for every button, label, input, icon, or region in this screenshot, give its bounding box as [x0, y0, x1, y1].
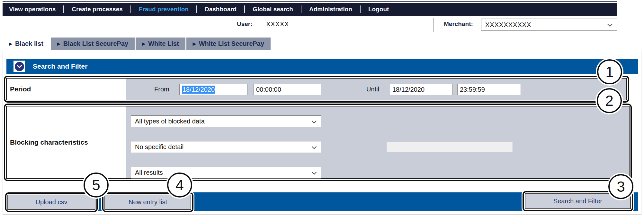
chevron-down-icon — [311, 118, 317, 125]
user-label: User: — [237, 21, 253, 28]
callout-box-period: Period From 18/12/2020 00:00:00 Until 18… — [4, 76, 629, 103]
nav-divider — [130, 5, 131, 13]
nav-view-operations[interactable]: View operations — [9, 6, 56, 13]
tab-arrow-icon: ▶ — [9, 41, 12, 46]
tab-label: White List — [148, 40, 179, 47]
callout-circle-5: 5 — [84, 173, 109, 198]
tab-arrow-icon: ▶ — [193, 41, 196, 46]
nav-divider — [244, 5, 245, 13]
until-time-value: 23:59:59 — [460, 86, 485, 93]
merchant-select[interactable]: XXXXXXXXXX — [481, 19, 617, 31]
top-navigation: View operations Create processes Fraud p… — [3, 3, 617, 16]
from-time-input[interactable]: 00:00:00 — [254, 84, 321, 95]
period-row: Period From 18/12/2020 00:00:00 Until 18… — [6, 78, 627, 100]
collapse-section-button[interactable] — [13, 61, 25, 72]
chevron-down-icon — [311, 169, 317, 176]
from-label: From — [154, 86, 169, 93]
nav-divider — [196, 5, 197, 13]
until-time-input[interactable]: 23:59:59 — [457, 84, 521, 95]
tab-arrow-icon: ▶ — [142, 41, 145, 46]
user-value: XXXXX — [266, 21, 289, 28]
from-time-value: 00:00:00 — [256, 86, 281, 93]
tab-white-list-securepay[interactable]: ▶ White List SecurePay — [186, 38, 271, 50]
nav-divider — [63, 5, 64, 13]
top-border-line — [3, 1, 617, 2]
merchant-select-value: XXXXXXXXXX — [485, 21, 531, 29]
chevron-down-icon — [311, 143, 317, 151]
until-date-input[interactable]: 18/12/2020 — [390, 84, 453, 95]
userbar-divider — [434, 18, 434, 32]
tab-arrow-icon: ▶ — [57, 41, 60, 46]
chevron-down-icon — [607, 21, 613, 29]
from-date-input[interactable]: 18/12/2020 — [179, 84, 247, 95]
blocking-row: Blocking characteristics All types of bl… — [6, 106, 630, 179]
list-tabs: ▶ Black list ▶ Black List SecurePay ▶ Wh… — [3, 38, 271, 50]
tab-black-list[interactable]: ▶ Black list — [3, 38, 50, 50]
nav-divider — [360, 5, 361, 13]
until-label: Until — [366, 86, 379, 93]
upload-csv-button[interactable]: Upload csv — [7, 195, 95, 210]
nav-dashboard[interactable]: Dashboard — [205, 6, 237, 13]
callout-box-upload: Upload csv — [5, 192, 98, 212]
nav-fraud-prevention[interactable]: Fraud prevention — [139, 6, 189, 13]
nav-logout[interactable]: Logout — [368, 6, 389, 13]
nav-administration[interactable]: Administration — [309, 6, 352, 13]
results-select-value: All results — [135, 169, 163, 176]
blocking-fields: All types of blocked data No specific de… — [126, 106, 629, 178]
from-date-value: 18/12/2020 — [182, 86, 215, 94]
period-fields: From 18/12/2020 00:00:00 Until 18/12/202… — [126, 79, 626, 100]
callout-circle-4: 4 — [167, 173, 192, 198]
merchant-label: Merchant: — [444, 21, 473, 28]
specific-detail-value: No specific detail — [135, 143, 183, 151]
tab-label: Black List SecurePay — [63, 40, 128, 47]
period-label: Period — [7, 79, 126, 100]
blocked-data-type-select[interactable]: All types of blocked data — [131, 115, 321, 127]
tab-white-list[interactable]: ▶ White List — [136, 38, 185, 50]
specific-detail-select[interactable]: No specific detail — [131, 141, 321, 153]
tab-label: Black list — [15, 40, 43, 47]
search-filter-header: Search and Filter — [6, 59, 638, 74]
until-date-value: 18/12/2020 — [392, 86, 425, 93]
nav-global-search[interactable]: Global search — [253, 6, 293, 13]
nav-create-processes[interactable]: Create processes — [72, 6, 122, 13]
nav-divider — [301, 5, 301, 13]
chevron-down-circle-icon — [15, 62, 24, 71]
tab-label: White List SecurePay — [199, 40, 264, 47]
panel-title: Search and Filter — [33, 63, 87, 70]
blocking-characteristics-label: Blocking characteristics — [7, 106, 126, 178]
blocked-data-type-value: All types of blocked data — [135, 118, 205, 125]
tab-black-list-securepay[interactable]: ▶ Black List SecurePay — [51, 38, 135, 50]
fraud-prevention-page: View operations Create processes Fraud p… — [0, 0, 644, 219]
callout-circle-3: 3 — [608, 174, 633, 199]
results-select[interactable]: All results — [131, 167, 321, 179]
callout-circle-2: 2 — [597, 88, 622, 113]
callout-box-blocking: Blocking characteristics All types of bl… — [4, 104, 632, 181]
detail-value-input-disabled — [387, 142, 513, 152]
callout-circle-1: 1 — [597, 59, 622, 84]
